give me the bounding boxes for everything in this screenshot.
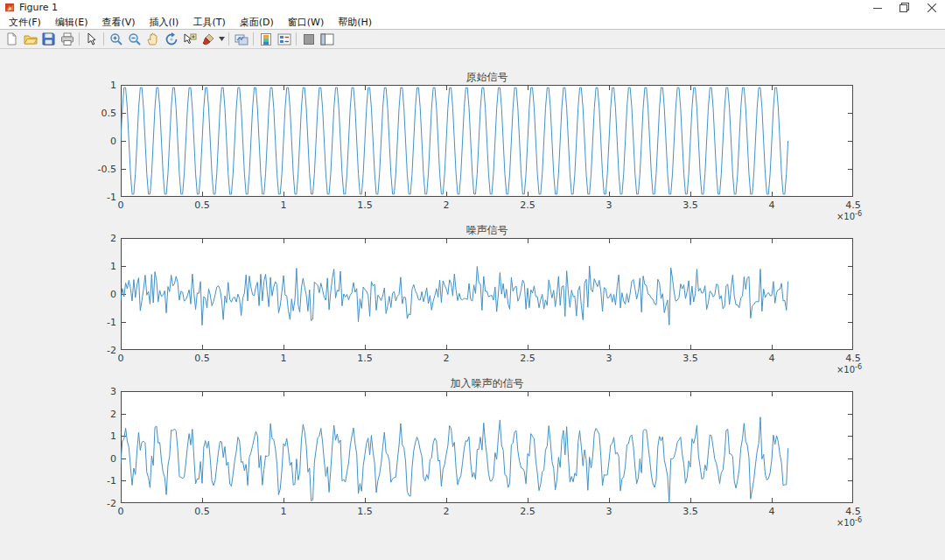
menu-item-7[interactable]: 帮助(H) — [331, 15, 379, 30]
plot-title-noise-signal: 噪声信号 — [121, 223, 853, 238]
menu-item-0[interactable]: 文件(F) — [2, 15, 48, 30]
toolbar-separator — [103, 32, 104, 46]
close-button[interactable] — [918, 0, 945, 15]
brush-data-button[interactable] — [199, 31, 217, 47]
show-plot-tools-button[interactable] — [318, 31, 336, 47]
toolbar-separator — [296, 32, 297, 46]
x-tick-label: 1 — [266, 200, 301, 211]
zoom-out-icon — [128, 32, 142, 46]
brush-icon — [201, 32, 215, 46]
restore-icon — [900, 3, 909, 12]
zoom-out-button[interactable] — [125, 31, 144, 47]
y-tick-label: 0 — [80, 453, 116, 465]
x-tick-label: 4 — [754, 353, 789, 364]
menu-item-3[interactable]: 插入(I) — [143, 15, 186, 30]
y-tick-label: 0 — [80, 289, 116, 300]
x-tick-label: 0.5 — [185, 353, 220, 364]
x-tick-label: 1 — [266, 353, 301, 364]
print-figure-button[interactable] — [58, 31, 76, 47]
x-tick-label: 3.5 — [673, 506, 708, 517]
hide-plot-tools-button[interactable] — [299, 31, 318, 47]
minimize-icon — [873, 4, 882, 12]
zoom-in-button[interactable] — [107, 31, 125, 47]
menu-item-6[interactable]: 窗口(W) — [281, 15, 331, 30]
window-controls — [864, 0, 945, 15]
x-tick-label: 1 — [266, 506, 301, 517]
y-tick-label: -2 — [80, 345, 116, 356]
y-tick-label: 1 — [80, 430, 116, 442]
figure-canvas: 原始信号 00.511.522.533.544.5-1-0.500.51 ×10… — [0, 49, 945, 560]
pan-hand-icon — [146, 32, 159, 46]
x-tick-label: 2 — [429, 353, 464, 364]
x-tick-label: 2 — [429, 200, 464, 211]
rotate-3d-button[interactable] — [162, 31, 180, 47]
minimize-button[interactable] — [864, 0, 891, 15]
x-tick-label: 3 — [592, 506, 626, 517]
matlab-figure-icon — [5, 3, 15, 12]
show-plot-tools-icon — [320, 33, 334, 46]
hide-plot-tools-icon — [303, 33, 315, 46]
plot-title-noisy-signal: 加入噪声的信号 — [121, 376, 853, 391]
save-floppy-icon — [42, 32, 55, 46]
link-plots-button[interactable] — [232, 31, 250, 47]
printer-icon — [60, 32, 74, 46]
brush-dropdown-button[interactable] — [217, 31, 226, 47]
insert-colorbar-icon — [260, 32, 272, 46]
x-tick-label: 4 — [754, 200, 789, 211]
y-tick-label: 0.5 — [80, 108, 116, 119]
x-tick-label: 2.5 — [510, 506, 545, 517]
x-tick-label: 1.5 — [347, 353, 382, 364]
edit-plot-button[interactable] — [82, 31, 101, 47]
data-cursor-button[interactable] — [180, 31, 199, 47]
y-tick-label: 1 — [80, 80, 116, 91]
data-cursor-icon — [183, 32, 197, 46]
y-tick-label: -0.5 — [80, 164, 116, 175]
new-figure-icon — [5, 32, 18, 46]
toolbar-separator — [228, 32, 229, 46]
menu-item-1[interactable]: 编辑(E) — [48, 15, 95, 30]
menu-item-2[interactable]: 查看(V) — [94, 15, 142, 30]
x-tick-label: 3.5 — [673, 200, 708, 211]
window-titlebar: Figure 1 — [0, 0, 945, 15]
link-plots-icon — [234, 32, 248, 46]
figure-toolbar — [0, 30, 945, 49]
x-tick-label: 3.5 — [673, 353, 708, 364]
plot-axes-noise-signal[interactable] — [121, 238, 853, 350]
y-tick-label: 3 — [80, 386, 116, 397]
toolbar-separator — [79, 32, 80, 46]
insert-legend-icon — [277, 32, 291, 46]
pan-button[interactable] — [144, 31, 162, 47]
menu-item-4[interactable]: 工具(T) — [186, 15, 232, 30]
y-tick-label: 2 — [80, 233, 116, 244]
x-axis-exponent-label: ×10-6 — [809, 363, 862, 374]
y-tick-label: -1 — [80, 475, 116, 486]
menubar: 文件(F)编辑(E)查看(V)插入(I)工具(T)桌面(D)窗口(W)帮助(H) — [0, 15, 945, 30]
x-tick-label: 1.5 — [347, 200, 382, 211]
y-tick-label: 1 — [80, 261, 116, 272]
x-tick-label: 4 — [754, 506, 789, 517]
insert-colorbar-button[interactable] — [256, 31, 275, 47]
y-tick-label: -1 — [80, 317, 116, 328]
x-tick-label: 2.5 — [510, 200, 545, 211]
y-tick-label: -2 — [80, 498, 116, 509]
plot-title-original-signal: 原始信号 — [121, 70, 853, 85]
save-figure-button[interactable] — [39, 31, 58, 47]
x-axis-exponent-label: ×10-6 — [809, 210, 862, 221]
x-tick-label: 0.5 — [185, 506, 220, 517]
x-tick-label: 2 — [429, 506, 464, 517]
y-tick-label: -1 — [80, 192, 116, 203]
insert-legend-button[interactable] — [275, 31, 293, 47]
open-file-button[interactable] — [21, 31, 39, 47]
x-tick-label: 3 — [592, 200, 626, 211]
edit-plot-arrow-icon — [86, 32, 97, 46]
maximize-button[interactable] — [891, 0, 918, 15]
menu-item-5[interactable]: 桌面(D) — [233, 15, 281, 30]
open-folder-icon — [24, 32, 38, 46]
x-tick-label: 3 — [592, 353, 626, 364]
plot-axes-original-signal[interactable] — [121, 85, 853, 197]
zoom-in-icon — [109, 32, 123, 46]
plot-axes-noisy-signal[interactable] — [121, 391, 853, 503]
toolbar-separator — [253, 32, 254, 46]
new-figure-button[interactable] — [3, 31, 21, 47]
x-tick-label: 1.5 — [347, 506, 382, 517]
